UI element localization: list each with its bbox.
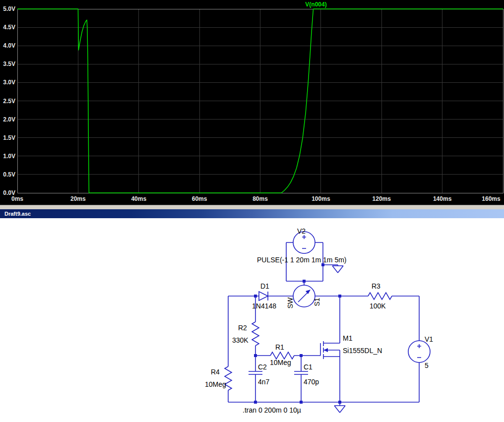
waveform-plot[interactable]: V(n004) 5.0V4.5V4.0V3.5V3.0V2.5V2.0V1.5V…: [0, 0, 504, 205]
v1-ref-label[interactable]: V1: [425, 335, 433, 343]
y-tick-label: 3.0V: [3, 79, 15, 86]
r4-ref-label[interactable]: R4: [211, 368, 220, 376]
r2-value-label[interactable]: 330K: [232, 336, 249, 344]
x-tick-label: 60ms: [192, 195, 207, 202]
y-tick-label: 1.0V: [3, 153, 15, 160]
r1-ref-label[interactable]: R1: [275, 343, 284, 351]
mosfet-arrow: [323, 348, 328, 352]
y-tick-label: 4.0V: [3, 42, 15, 49]
y-tick-label: 1.5V: [3, 134, 15, 141]
c2-ref-label[interactable]: C2: [258, 363, 267, 371]
component-r3-resistor[interactable]: [368, 293, 392, 300]
component-v1-voltage-source[interactable]: [408, 341, 430, 362]
d1-ref-label[interactable]: D1: [260, 282, 269, 290]
y-tick-label: 0.5V: [3, 171, 15, 178]
r4-value-label[interactable]: 10Meg: [205, 380, 226, 388]
switch-lever: [298, 292, 309, 302]
y-tick-label: 5.0V: [3, 5, 15, 12]
c2-value-label[interactable]: 4n7: [258, 378, 270, 386]
x-tick-label: 80ms: [252, 195, 268, 202]
component-d1-diode[interactable]: [259, 292, 268, 301]
x-tick-label: 40ms: [131, 195, 146, 202]
m1-value-label[interactable]: Si1555DL_N: [343, 347, 382, 355]
v1-value-label[interactable]: 5: [425, 362, 429, 369]
component-s1-switch[interactable]: [293, 285, 315, 307]
schematic-window-title: Draft9.asc: [0, 211, 31, 217]
x-tick-label: 140ms: [433, 195, 452, 202]
schematic-window-titlebar[interactable]: Draft9.asc: [0, 209, 504, 218]
plus-minus-marks: [417, 344, 421, 358]
x-tick-label: 160ms: [482, 195, 501, 202]
c1-ref-label[interactable]: C1: [304, 363, 313, 371]
component-c2-capacitor[interactable]: [249, 371, 262, 374]
m1-ref-label[interactable]: M1: [343, 334, 353, 342]
y-tick-label: 4.5V: [3, 24, 15, 31]
x-tick-label: 20ms: [70, 195, 86, 202]
component-m1-nmos[interactable]: [320, 341, 340, 402]
y-tick-label: 2.5V: [3, 98, 15, 105]
spice-directive[interactable]: .tran 0 200m 0 10µ: [243, 406, 301, 414]
schematic-canvas[interactable]: V2 PULSE(-1 1 20m 1m 1m 5m) SW S1 D1 1N4…: [0, 218, 504, 422]
y-tick-label: 3.5V: [3, 60, 15, 67]
s1-value-label[interactable]: SW: [286, 297, 294, 308]
d1-value-label[interactable]: 1N4148: [252, 302, 276, 310]
v2-value-label[interactable]: PULSE(-1 1 20m 1m 1m 5m): [257, 256, 347, 264]
component-r1-resistor[interactable]: [270, 352, 294, 359]
wires[interactable]: [228, 242, 419, 402]
s1-ref-label[interactable]: S1: [313, 298, 321, 306]
r2-ref-label[interactable]: R2: [238, 324, 247, 332]
r3-ref-label[interactable]: R3: [372, 282, 380, 290]
plus-minus-marks: [302, 235, 306, 248]
v2-ref-label[interactable]: V2: [297, 227, 306, 235]
schematic-pane[interactable]: V2 PULSE(-1 1 20m 1m 1m 5m) SW S1 D1 1N4…: [0, 218, 504, 422]
waveform-trace-title[interactable]: V(n004): [305, 1, 326, 8]
ground-symbol-bottom[interactable]: [334, 402, 345, 413]
x-tick-label: 100ms: [312, 195, 330, 202]
r1-value-label[interactable]: 10Meg: [270, 359, 291, 366]
y-tick-label: 2.0V: [3, 116, 15, 123]
component-c1-capacitor[interactable]: [294, 371, 308, 374]
r3-value-label[interactable]: 100K: [370, 302, 386, 310]
x-tick-label: 120ms: [373, 195, 391, 202]
x-tick-label: 0ms: [11, 195, 23, 202]
waveform-pane[interactable]: V(n004) 5.0V4.5V4.0V3.5V3.0V2.5V2.0V1.5V…: [0, 0, 504, 205]
c1-value-label[interactable]: 470p: [304, 378, 319, 386]
component-r2-resistor[interactable]: [252, 322, 259, 346]
window-edge: [0, 205, 504, 209]
ground-symbol-top[interactable]: [332, 266, 343, 273]
